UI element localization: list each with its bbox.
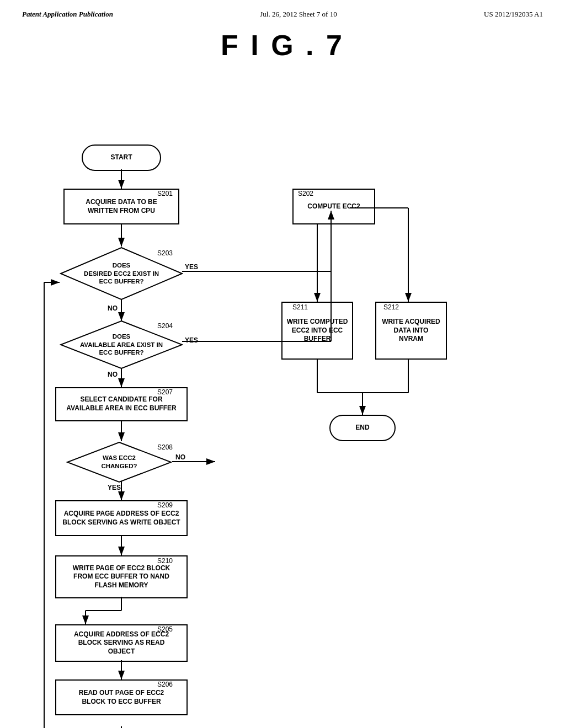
s203-text: DOES DESIRED ECC2 EXIST IN ECC BUFFER? [84,261,159,286]
s208-diamond: WAS ECC2 CHANGED? [66,441,172,483]
start-label: START [110,153,132,162]
s212-text: WRITE ACQUIRED DATA INTO NVRAM [382,318,440,344]
s209-text: ACQUIRE PAGE ADDRESS OF ECC2 BLOCK SERVI… [62,510,180,527]
s201-text: ACQUIRE DATA TO BE WRITTEN FROM CPU [86,198,157,215]
header-date-sheet: Jul. 26, 2012 Sheet 7 of 10 [260,10,337,19]
s212-box: WRITE ACQUIRED DATA INTO NVRAM [375,302,447,360]
figure-title: F I G . 7 [0,29,565,62]
s206-box: READ OUT PAGE OF ECC2 BLOCK TO ECC BUFFE… [55,679,188,715]
s206-text: READ OUT PAGE OF ECC2 BLOCK TO ECC BUFFE… [79,689,164,706]
s201-box: ACQUIRE DATA TO BE WRITTEN FROM CPU [63,189,179,224]
s204-diamond: DOES AVAILABLE AREA EXIST IN ECC BUFFER? [60,320,183,370]
header-patent-number: US 2012/192035 A1 [484,10,543,19]
s202-text: COMPUTE ECC2 [307,202,360,211]
s203-no-label: NO [108,304,118,312]
s203-yes-label: YES [185,263,198,271]
s210-box: WRITE PAGE OF ECC2 BLOCK FROM ECC BUFFER… [55,555,188,598]
start-shape: START [82,144,161,171]
s205-text: ACQUIRE ADDRESS OF ECC2 BLOCK SERVING AS… [74,630,169,656]
s204-text: DOES AVAILABLE AREA EXIST IN ECC BUFFER? [80,333,163,357]
s204-yes-label: YES [185,336,198,344]
s210-text: WRITE PAGE OF ECC2 BLOCK FROM ECC BUFFER… [73,564,170,590]
end-shape: END [329,415,396,441]
end-label: END [355,424,369,432]
s207-text: SELECT CANDIDATE FOR AVAILABLE AREA IN E… [66,395,176,413]
s205-box: ACQUIRE ADDRESS OF ECC2 BLOCK SERVING AS… [55,624,188,662]
s202-box: COMPUTE ECC2 [292,189,375,224]
s211-text: WRITE COMPUTED ECC2 INTO ECC BUFFER [287,318,348,344]
s208-no-label: NO [175,453,185,461]
s204-no-label: NO [108,371,118,378]
s208-text: WAS ECC2 CHANGED? [101,454,137,470]
page-header: Patent Application Publication Jul. 26, … [0,0,565,19]
s203-diamond: DOES DESIRED ECC2 EXIST IN ECC BUFFER? [60,247,183,301]
s209-box: ACQUIRE PAGE ADDRESS OF ECC2 BLOCK SERVI… [55,500,188,536]
s208-yes-label: YES [108,484,121,491]
s211-box: WRITE COMPUTED ECC2 INTO ECC BUFFER [281,302,353,360]
flowchart: START S201 ACQUIRE DATA TO BE WRITTEN FR… [0,67,565,728]
s207-box: SELECT CANDIDATE FOR AVAILABLE AREA IN E… [55,387,188,421]
header-publication-type: Patent Application Publication [22,10,113,19]
